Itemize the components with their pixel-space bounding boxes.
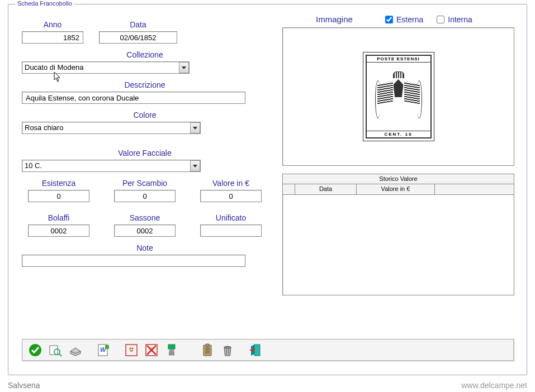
data-input[interactable] [99,31,177,44]
left-form-pane: Anno Data Collezione Ducato di Modena De… [22,20,268,267]
descrizione-label: Descrizione [22,80,268,89]
bottom-toolbar: W [22,339,514,361]
svg-rect-18 [206,344,209,346]
svg-point-10 [132,348,133,349]
valore-facciale-value: 10 C. [22,160,201,172]
svg-line-3 [59,353,61,356]
per-scambio-input[interactable] [114,190,176,202]
anno-input[interactable] [22,31,83,44]
footer-right: www.delcampe.net [461,381,527,390]
fieldset-legend: Scheda Francobollo [15,0,74,7]
unificato-input[interactable] [200,224,262,237]
anno-label: Anno [22,20,83,29]
brush-button[interactable] [162,341,181,359]
bolaffi-input[interactable] [28,224,89,237]
note-input[interactable] [22,255,245,267]
stamp-top-text: POSTE ESTENSI [367,56,430,63]
valore-facciale-label: Valore Facciale [22,149,268,157]
storico-col-empty [435,184,514,194]
clipboard-button[interactable] [198,341,217,359]
footer: Salvsena www.delcampe.net [8,381,527,390]
chevron-down-icon[interactable] [190,122,200,133]
esistenza-label: Esistenza [42,179,76,188]
sassone-label: Sassone [130,213,160,222]
trash-button[interactable] [218,341,237,359]
esterna-check-input[interactable] [385,16,393,23]
storico-title: Storico Valore [283,174,514,184]
interna-check-label: Interna [448,15,472,24]
svg-point-23 [224,346,231,348]
svg-rect-17 [203,345,211,356]
valore-facciale-dropdown[interactable]: 10 C. [22,160,201,172]
sassone-input[interactable] [114,224,176,237]
svg-rect-15 [168,345,175,349]
svg-rect-26 [254,345,260,356]
svg-point-9 [130,348,131,349]
right-pane: Immagine Esterna Interna POSTE ESTENSI [282,15,514,295]
stamp-image: POSTE ESTENSI CENT. 10 [363,52,434,141]
svg-rect-1 [50,346,58,355]
storico-valore-table: Storico Valore Data Valore in € [282,174,514,295]
svg-rect-16 [169,349,174,351]
search-button[interactable] [46,341,65,359]
exit-button[interactable] [246,341,265,359]
data-label: Data [99,20,177,29]
eagle-icon [376,71,421,122]
colore-dropdown[interactable]: Rosa chiaro [22,122,201,134]
valore-eur-label: Valore in € [212,179,249,188]
stamp-bottom-text: CENT. 10 [367,131,430,137]
colore-label: Colore [22,111,268,119]
bolaffi-label: Bolaffi [48,213,70,222]
stamp-card-fieldset: Scheda Francobollo Anno Data Collezione … [8,4,527,375]
storico-col-valore[interactable]: Valore in € [357,184,435,194]
chevron-down-icon[interactable] [179,62,189,73]
svg-rect-6 [105,345,109,349]
word-export-button[interactable]: W [94,341,113,359]
chevron-down-icon[interactable] [190,160,200,171]
collezione-label: Collezione [22,50,268,59]
unificato-label: Unificato [216,213,246,222]
per-scambio-label: Per Scambio [122,179,167,188]
valore-eur-input[interactable] [200,190,262,202]
scanner-button[interactable] [66,341,85,359]
interna-check-input[interactable] [437,16,444,23]
collezione-value: Ducato di Modena [22,61,190,74]
table-corner [283,184,295,194]
esterna-checkbox[interactable]: Esterna [385,15,423,24]
storico-col-data[interactable]: Data [295,184,357,194]
esterna-check-label: Esterna [396,15,423,24]
esistenza-input[interactable] [28,190,89,202]
note-label: Note [22,243,268,252]
stamp-image-box: POSTE ESTENSI CENT. 10 [282,27,514,166]
descrizione-input[interactable] [22,92,245,104]
confirm-button[interactable] [26,341,45,359]
footer-left: Salvsena [8,381,40,390]
immagine-label: Immagine [316,15,372,24]
collezione-dropdown[interactable]: Ducato di Modena [22,61,190,74]
delete-photo-button[interactable] [142,341,161,359]
interna-checkbox[interactable]: Interna [437,15,472,24]
photo-button[interactable] [122,341,141,359]
colore-value: Rosa chiaro [22,122,201,134]
